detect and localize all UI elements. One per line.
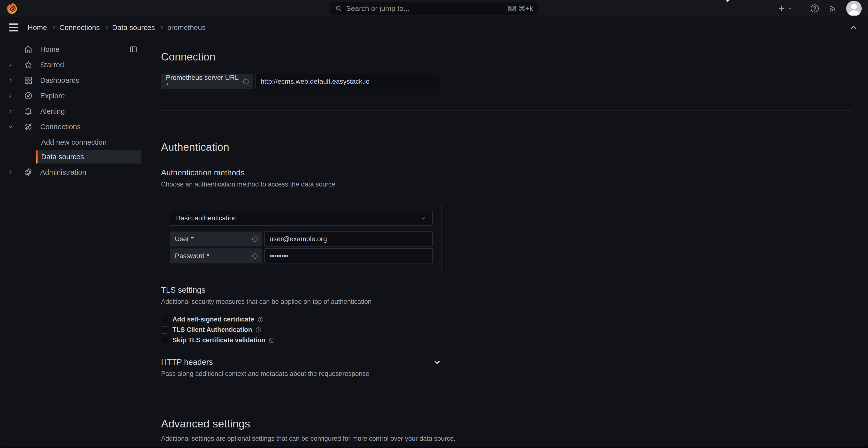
- authentication-method-box: Basic authentication User *: [161, 202, 441, 272]
- search-icon: [335, 5, 342, 12]
- breadcrumb-separator-icon: [51, 26, 55, 30]
- checkbox-unchecked[interactable]: [161, 337, 168, 344]
- compass-icon: [23, 91, 33, 100]
- home-icon: [23, 45, 33, 54]
- grafana-app: Search or jump to... ⌘+k: [0, 0, 868, 447]
- breadcrumb-home[interactable]: Home: [28, 24, 47, 32]
- http-headers-expand-button[interactable]: [433, 358, 441, 367]
- news-button[interactable]: [828, 4, 837, 13]
- info-icon[interactable]: [252, 236, 258, 242]
- chevron-down-icon[interactable]: [5, 124, 16, 129]
- breadcrumb-current: prometheus: [167, 24, 206, 32]
- checkbox-unchecked[interactable]: [161, 326, 168, 334]
- sidebar-item-starred[interactable]: Starred: [0, 57, 144, 73]
- gear-icon: [23, 168, 33, 177]
- keyboard-icon: [508, 5, 516, 11]
- chevron-up-icon: [849, 23, 858, 32]
- user-field-row: User *: [170, 232, 433, 246]
- authentication-heading: Authentication: [161, 141, 852, 153]
- password-label: Password *: [170, 248, 262, 264]
- chevron-right-icon[interactable]: [5, 62, 16, 68]
- help-button[interactable]: [810, 4, 819, 13]
- star-icon: [23, 60, 33, 69]
- bell-icon: [23, 107, 33, 116]
- breadcrumb-separator-icon: [104, 26, 108, 30]
- menu-toggle-icon[interactable]: [9, 24, 19, 31]
- news-rss-icon: [828, 4, 837, 13]
- chevron-right-icon[interactable]: [5, 78, 16, 83]
- user-input[interactable]: [265, 232, 433, 246]
- breadcrumb-bar: Home Connections Data sources prometheus: [0, 17, 868, 38]
- http-headers-heading: HTTP headers: [161, 357, 213, 367]
- checkbox-unchecked[interactable]: [161, 316, 168, 323]
- sidebar-item-explore[interactable]: Explore: [0, 88, 144, 104]
- mouse-cursor: [724, 0, 731, 3]
- auth-method-select[interactable]: Basic authentication: [170, 211, 433, 226]
- info-icon[interactable]: [269, 337, 275, 344]
- breadcrumb-connections[interactable]: Connections: [59, 24, 100, 32]
- tls-settings-heading: TLS settings: [161, 285, 852, 295]
- info-icon[interactable]: [243, 78, 249, 85]
- chevron-down-icon: [787, 6, 792, 11]
- connection-heading: Connection: [161, 51, 852, 63]
- advanced-settings-heading: Advanced settings: [161, 417, 852, 430]
- password-input[interactable]: [265, 248, 433, 264]
- dock-sidebar-icon[interactable]: [129, 45, 137, 54]
- chevron-right-icon[interactable]: [5, 170, 16, 175]
- tls-settings-description: Additional security measures that can be…: [161, 298, 852, 306]
- user-avatar[interactable]: [846, 1, 862, 16]
- info-icon[interactable]: [252, 253, 258, 259]
- authentication-methods-heading: Authentication methods: [161, 168, 852, 177]
- search-shortcut: ⌘+k: [508, 4, 533, 12]
- nav-sidebar: Home Starred: [0, 38, 144, 446]
- tls-option-skip-validation: Skip TLS certificate validation: [161, 335, 852, 345]
- scroll-to-top-button[interactable]: [849, 23, 858, 32]
- chevron-right-icon[interactable]: [5, 109, 16, 114]
- apps-icon: [23, 76, 33, 85]
- search-input[interactable]: Search or jump to... ⌘+k: [330, 2, 538, 15]
- top-bar: Search or jump to... ⌘+k: [0, 0, 868, 17]
- advanced-settings-description: Additional settings are optional setting…: [161, 435, 852, 442]
- plus-icon: [778, 5, 785, 12]
- search-placeholder: Search or jump to...: [346, 4, 504, 12]
- sidebar-item-dashboards[interactable]: Dashboards: [0, 73, 144, 88]
- authentication-methods-description: Choose an authentication method to acces…: [161, 181, 852, 188]
- sidebar-item-connections[interactable]: Connections: [0, 119, 144, 135]
- breadcrumb-data-sources[interactable]: Data sources: [112, 24, 155, 32]
- prometheus-url-input[interactable]: [255, 74, 439, 89]
- prometheus-url-label: Prometheus server URL *: [161, 74, 253, 89]
- info-icon[interactable]: [255, 327, 261, 333]
- sidebar-item-administration[interactable]: Administration: [0, 165, 144, 180]
- connections-icon: [23, 122, 33, 131]
- chevron-right-icon[interactable]: [5, 93, 16, 99]
- topbar-actions: [778, 1, 862, 16]
- http-headers-description: Pass along additional context and metada…: [161, 370, 852, 378]
- user-label: User *: [170, 232, 262, 246]
- new-menu-button[interactable]: [778, 5, 792, 12]
- sidebar-item-add-new-connection[interactable]: Add new connection: [36, 135, 142, 149]
- tls-option-self-signed: Add self-signed certificate: [161, 314, 852, 324]
- breadcrumb: Home Connections Data sources prometheus: [28, 24, 206, 32]
- sidebar-item-home[interactable]: Home: [0, 42, 144, 57]
- chevron-down-icon: [433, 358, 441, 367]
- auth-method-selected-value: Basic authentication: [176, 214, 420, 222]
- grafana-logo-icon[interactable]: [6, 2, 18, 14]
- breadcrumb-separator-icon: [159, 26, 163, 30]
- info-icon[interactable]: [257, 316, 264, 323]
- sidebar-item-alerting[interactable]: Alerting: [0, 104, 144, 119]
- prometheus-url-field-row: Prometheus server URL *: [161, 74, 852, 89]
- password-field-row: Password *: [170, 248, 433, 264]
- help-icon: [810, 4, 819, 13]
- sidebar-item-data-sources[interactable]: Data sources: [36, 150, 142, 164]
- tls-option-client-auth: TLS Client Authentication: [161, 324, 852, 335]
- topbar-divider: [801, 4, 801, 13]
- chevron-down-icon: [420, 215, 427, 221]
- datasource-settings-page: Connection Prometheus server URL * Authe…: [144, 38, 868, 446]
- http-headers-section: HTTP headers: [161, 357, 441, 367]
